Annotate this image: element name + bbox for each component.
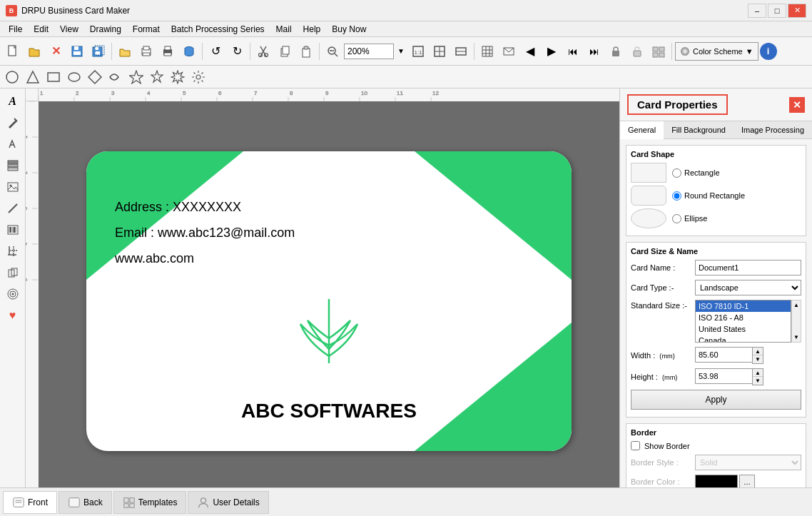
menu-edit[interactable]: Edit — [28, 23, 54, 36]
tab-general[interactable]: General — [620, 121, 664, 139]
height-input[interactable] — [695, 368, 752, 384]
tab-fill-background[interactable]: Fill Background — [664, 121, 734, 138]
arrow-shape-button[interactable] — [106, 68, 125, 86]
paint-tool-button[interactable] — [3, 134, 23, 154]
database-button[interactable] — [179, 41, 199, 61]
copy-button[interactable] — [275, 41, 295, 61]
ellipse-shape-button[interactable] — [65, 68, 83, 86]
layers-button[interactable] — [3, 156, 23, 176]
menu-format[interactable]: Format — [127, 23, 166, 36]
draw-tool-button[interactable] — [3, 113, 23, 133]
email-button[interactable] — [499, 41, 519, 61]
border-color-picker-button[interactable]: … — [739, 475, 755, 487]
business-card[interactable]: Address : XXXXXXXX Email : www.abc123@ma… — [86, 151, 572, 451]
diamond-shape-button[interactable] — [86, 68, 104, 86]
menu-drawing[interactable]: Drawing — [84, 23, 127, 36]
line-tool-button[interactable] — [3, 198, 23, 218]
rect-shape-button[interactable] — [44, 68, 63, 86]
radio-ellipse-input[interactable] — [672, 214, 681, 223]
tab-back[interactable]: Back — [59, 491, 112, 514]
minimize-button[interactable]: – — [748, 4, 766, 18]
size-item-us[interactable]: United States — [696, 323, 791, 335]
height-decrement[interactable]: ▼ — [753, 377, 763, 385]
color-scheme-button[interactable]: Color Scheme ▼ — [675, 42, 758, 61]
zoom-out-button[interactable] — [323, 41, 342, 61]
border-style-select[interactable]: Solid Dashed Dotted — [695, 455, 801, 470]
menu-batch[interactable]: Batch Processing Series — [166, 23, 270, 36]
effect-tool-button[interactable] — [3, 284, 23, 304]
triangle-shape-button[interactable] — [24, 68, 42, 86]
open-button[interactable] — [24, 41, 44, 61]
info-button[interactable]: i — [760, 43, 777, 60]
print-button[interactable] — [158, 41, 178, 61]
radio-rectangle-input[interactable] — [672, 168, 681, 178]
fit-page-button[interactable] — [430, 41, 450, 61]
width-increment[interactable]: ▲ — [753, 348, 763, 355]
redo-button[interactable]: ↻ — [227, 41, 247, 61]
size-item-canada[interactable]: Canada — [696, 335, 791, 343]
cut-button[interactable] — [253, 41, 273, 61]
table-button[interactable] — [477, 41, 497, 61]
lock-button[interactable] — [606, 41, 626, 61]
circle-shape-button[interactable] — [3, 68, 21, 86]
first-card-button[interactable]: ⏮ — [563, 41, 583, 61]
card-name-input[interactable] — [695, 260, 801, 275]
close-doc-button[interactable]: ✕ — [46, 41, 66, 61]
barcode-tool-button[interactable] — [3, 220, 23, 240]
border-color-preview[interactable] — [695, 475, 738, 487]
last-card-button[interactable]: ⏭ — [584, 41, 604, 61]
fit-width-button[interactable] — [451, 41, 471, 61]
zoom-reset-button[interactable]: 1:1 — [408, 41, 428, 61]
zoom-dropdown-button[interactable]: ▼ — [395, 41, 407, 61]
new-button[interactable] — [3, 41, 23, 61]
unlock-button[interactable] — [627, 41, 647, 61]
more-buttons[interactable] — [649, 41, 669, 61]
menu-buynow[interactable]: Buy Now — [326, 23, 372, 36]
show-border-checkbox[interactable] — [631, 441, 640, 450]
star5-shape-button[interactable] — [127, 68, 146, 86]
canvas-workspace[interactable]: Address : XXXXXXXX Email : www.abc123@ma… — [39, 101, 619, 487]
size-scroll-up[interactable]: ▲ — [793, 302, 799, 308]
menu-mail[interactable]: Mail — [270, 23, 298, 36]
apply-button[interactable]: Apply — [631, 390, 801, 410]
width-input[interactable] — [695, 347, 752, 363]
undo-button[interactable]: ↺ — [205, 41, 225, 61]
maximize-button[interactable]: □ — [768, 4, 786, 18]
tab-user-details[interactable]: User Details — [188, 491, 268, 514]
size-item-iso216[interactable]: ISO 216 - A8 — [696, 312, 791, 323]
star6-shape-button[interactable] — [148, 68, 166, 86]
size-scroll-down[interactable]: ▼ — [793, 334, 799, 340]
size-item-iso7810[interactable]: ISO 7810 ID-1 — [696, 300, 791, 312]
crop-tool-button[interactable] — [3, 241, 23, 261]
gear-shape-button[interactable] — [189, 68, 208, 86]
width-decrement[interactable]: ▼ — [753, 355, 763, 363]
close-button[interactable]: ✕ — [788, 4, 806, 18]
radio-round-rect-input[interactable] — [672, 191, 681, 201]
text-tool-button[interactable]: A — [3, 91, 23, 111]
tab-front[interactable]: Front — [3, 491, 57, 514]
tab-templates[interactable]: Templates — [113, 491, 187, 514]
help-tool-button[interactable]: ♥ — [3, 305, 23, 325]
radio-round-rect[interactable]: Round Rectangle — [672, 191, 745, 201]
paste-button[interactable] — [296, 41, 316, 61]
standard-size-list[interactable]: ISO 7810 ID-1 ISO 216 - A8 United States… — [695, 300, 791, 343]
tab-image-processing[interactable]: Image Processing — [734, 121, 812, 138]
save-button[interactable] — [67, 41, 87, 61]
radio-rectangle[interactable]: Rectangle — [672, 168, 720, 178]
menu-help[interactable]: Help — [298, 23, 327, 36]
print-preview-button[interactable] — [136, 41, 156, 61]
copy-tool-button[interactable] — [3, 263, 23, 283]
show-border-label[interactable]: Show Border — [644, 442, 690, 450]
next-card-button[interactable]: ▶ — [542, 41, 562, 61]
height-increment[interactable]: ▲ — [753, 369, 763, 377]
image-tool-button[interactable] — [3, 177, 23, 197]
menu-file[interactable]: File — [3, 23, 28, 36]
card-properties-close-button[interactable]: ✕ — [789, 97, 805, 113]
zoom-input[interactable]: 200% — [344, 44, 394, 59]
card-type-select[interactable]: Landscape Portrait — [695, 280, 801, 295]
open-folder-button[interactable] — [115, 41, 135, 61]
radio-ellipse[interactable]: Ellipse — [672, 214, 707, 223]
star8-shape-button[interactable] — [168, 68, 187, 86]
prev-card-button[interactable]: ◀ — [520, 41, 540, 61]
save-all-button[interactable] — [88, 41, 108, 61]
